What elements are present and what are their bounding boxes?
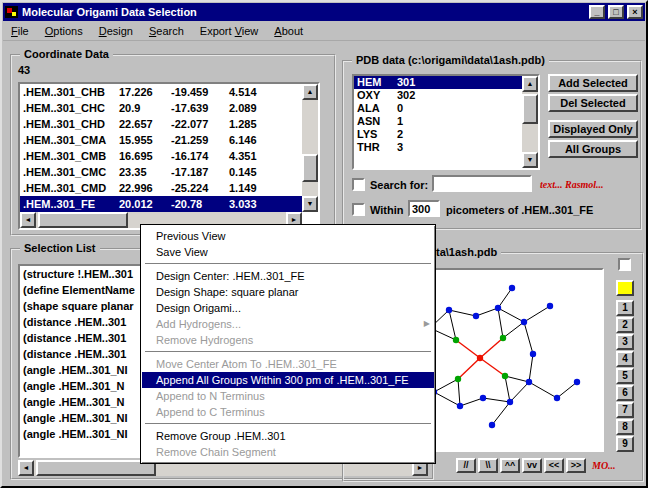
pdb-data-group: PDB data (c:\origami\data\1ash.pdb) HEM3… [342,60,642,230]
menubar-item-search[interactable]: Search [141,23,192,39]
coordinate-row[interactable]: .HEM..301_CMC23.35-17.1870.145 [20,164,302,180]
scroll-down-icon[interactable]: ▼ [522,152,538,168]
palette-number-button[interactable]: 3 [616,334,634,350]
palette-number-button[interactable]: 7 [616,402,634,418]
pdb-listbox[interactable]: HEM301OXY302ALA0ASN1LYS2THR3 ▲ ▼ [352,74,540,170]
pdb-row[interactable]: HEM301 [354,76,522,89]
maximize-button[interactable]: □ [608,5,624,19]
coordinate-row[interactable]: .HEM..301_CMA15.955-21.2596.146 [20,132,302,148]
add-selected-button[interactable]: Add Selected [548,74,638,92]
context-menu-item[interactable]: Remove Group .HEM..301 [142,428,434,444]
within-checkbox[interactable] [352,203,365,216]
coordinate-cell: 15.955 [119,132,171,148]
viewer-title: ta\1ash.pdb [432,246,501,258]
context-menu-item[interactable]: Design Shape: square planar [142,284,434,300]
viewer-nav-button[interactable]: // [456,458,476,473]
context-menu-item: Move Center Atom To .HEM..301_FE [142,356,434,372]
coordinate-cell: .HEM..301_CHB [23,84,119,100]
scrollbar-thumb[interactable] [522,94,538,124]
palette-number-button[interactable]: 9 [616,436,634,452]
viewer-nav-button[interactable]: << [544,458,564,473]
close-button[interactable]: × [627,5,643,19]
context-menu-item: Remove Hydrogens [142,332,434,348]
palette-number-button[interactable]: 2 [616,317,634,333]
pdb-row[interactable]: ALA0 [354,102,522,115]
context-menu-item[interactable]: Design Center: .HEM..301_FE [142,268,434,284]
menu-item-label: Remove Hydrogens [156,334,253,346]
coordinate-listbox[interactable]: .HEM..301_CHB17.226-19.4594.514.HEM..301… [18,82,320,230]
scroll-up-icon[interactable]: ▲ [522,76,538,92]
minimize-button[interactable]: _ [589,5,605,19]
pdb-row[interactable]: ASN1 [354,115,522,128]
menu-item-label: Remove Group .HEM..301 [156,430,286,442]
viewer-nav-button[interactable]: >> [566,458,586,473]
palette-number-button[interactable]: 6 [616,385,634,401]
viewer-nav-button[interactable]: \\ [478,458,498,473]
search-input[interactable] [432,175,532,192]
coordinate-cell: .HEM..301_CMB [23,148,119,164]
pdb-row[interactable]: THR3 [354,141,522,154]
coordinate-row[interactable]: .HEM..301_FE20.012-20.783.033 [20,196,302,212]
coordinate-cell: 22.996 [119,180,171,196]
coordinate-cell: -20.78 [171,196,229,212]
scrollbar-thumb[interactable] [38,212,128,228]
context-menu-item[interactable]: Previous View [142,228,434,244]
scrollbar-thumb[interactable] [36,460,156,476]
context-menu-item[interactable]: Append All Groups Within 300 pm of .HEM.… [142,372,434,388]
menu-item-label: Design Center: .HEM..301_FE [156,270,305,282]
menubar-item-export-view[interactable]: Export View [192,23,267,39]
coordinate-vertical-scrollbar[interactable]: ▲ ▼ [302,84,318,212]
palette-number-button[interactable]: 5 [616,368,634,384]
pdb-row[interactable]: OXY302 [354,89,522,102]
search-checkbox[interactable] [352,178,365,191]
displayed-only-button[interactable]: Displayed Only [548,120,638,138]
viewer-nav-button[interactable]: vv [522,458,542,473]
menu-item-label: Move Center Atom To .HEM..301_FE [156,358,337,370]
context-menu: Previous ViewSave ViewDesign Center: .HE… [140,224,436,464]
viewer-checkbox[interactable] [618,258,631,271]
menu-separator [145,423,431,425]
coordinate-row[interactable]: .HEM..301_CHD22.657-22.0771.285 [20,116,302,132]
viewer-nav-button[interactable]: ^^ [500,458,520,473]
coordinate-cell: 2.089 [229,100,257,116]
coordinate-cell: .HEM..301_CHD [23,116,119,132]
coordinate-row[interactable]: .HEM..301_CHC20.9-17.6392.089 [20,100,302,116]
scroll-left-icon[interactable]: ◄ [20,212,36,228]
menubar-item-design[interactable]: Design [91,23,141,39]
pdb-vertical-scrollbar[interactable]: ▲ ▼ [522,76,538,168]
pdb-group-number: 301 [397,76,415,89]
menu-item-label: Append All Groups Within 300 pm of .HEM.… [156,374,409,386]
all-groups-button[interactable]: All Groups [548,140,638,158]
color-swatch-yellow[interactable] [616,280,634,296]
title-bar[interactable]: Molecular Origami Data Selection _ □ × [3,3,645,21]
menu-item-label: Previous View [156,230,226,242]
del-selected-button[interactable]: Del Selected [548,94,638,112]
coordinate-row[interactable]: .HEM..301_CMD22.996-25.2241.149 [20,180,302,196]
within-input[interactable] [408,200,440,217]
menubar-item-options[interactable]: Options [37,23,91,39]
menubar-item-file[interactable]: File [3,23,37,39]
menu-item-label: Append to C Terminus [156,406,265,418]
palette-number-button[interactable]: 8 [616,419,634,435]
palette-number-button[interactable]: 4 [616,351,634,367]
context-menu-item[interactable]: Save View [142,244,434,260]
search-label: Search for: [370,179,428,191]
palette-number-button[interactable]: 1 [616,300,634,316]
scrollbar-thumb[interactable] [302,154,318,182]
coordinate-cell: 1.285 [229,116,257,132]
pdb-group-number: 0 [397,102,403,115]
pdb-row[interactable]: LYS2 [354,128,522,141]
window-title: Molecular Origami Data Selection [22,6,586,18]
coordinate-cell: 20.012 [119,196,171,212]
context-menu-item[interactable]: Design Origami... [142,300,434,316]
scroll-down-icon[interactable]: ▼ [302,196,318,212]
coordinate-row[interactable]: .HEM..301_CMB16.695-16.1744.351 [20,148,302,164]
menubar-item-about[interactable]: About [266,23,311,39]
pdb-group-name: LYS [357,128,397,141]
coordinate-cell: -22.077 [171,116,229,132]
menu-item-label: Remove Chain Segment [156,446,276,458]
coordinate-row[interactable]: .HEM..301_CHB17.226-19.4594.514 [20,84,302,100]
scroll-left-icon[interactable]: ◄ [18,460,34,476]
scroll-up-icon[interactable]: ▲ [302,84,318,100]
context-menu-item: Add Hydrogens...▶ [142,316,434,332]
